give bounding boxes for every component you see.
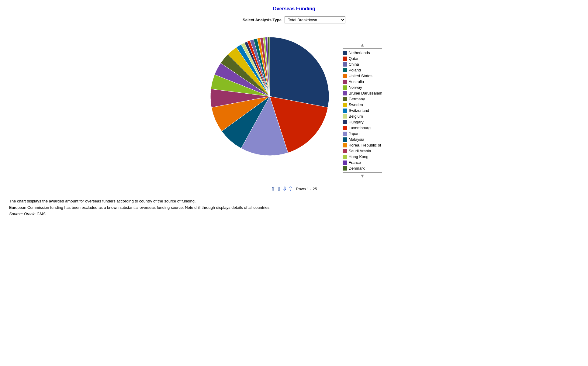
legend-label: Luxembourg <box>349 126 371 130</box>
legend-color <box>343 114 347 119</box>
legend-item: Norway <box>343 85 382 90</box>
pie-segment[interactable] <box>270 37 329 108</box>
pagination-row: ⇑ ⇧ ⇩ ⇪ Rows 1 - 25 <box>9 185 579 192</box>
legend-label: Japan <box>349 131 359 136</box>
pie-chart <box>206 33 334 160</box>
legend-label: United States <box>349 74 372 78</box>
legend-color <box>343 97 347 101</box>
legend-label: Poland <box>349 68 361 72</box>
legend-label: Saudi Arabia <box>349 149 371 153</box>
legend-item: Germany <box>343 96 382 102</box>
legend-item: Brunei Darussalam <box>343 90 382 96</box>
first-page-btn[interactable]: ⇑ <box>271 185 275 192</box>
footnote-line1: The chart displays the awarded amount fo… <box>9 198 283 205</box>
analysis-type-select[interactable]: Total BreakdownAnnual Breakdown <box>285 16 345 23</box>
legend-item: Hong Kong <box>343 154 382 160</box>
legend-label: Brunei Darussalam <box>349 91 382 95</box>
legend-item: Qatar <box>343 56 382 61</box>
legend-label: Denmark <box>349 166 365 171</box>
legend-label: Hungary <box>349 120 364 124</box>
legend-label: Australia <box>349 79 364 84</box>
prev-page-btn[interactable]: ⇧ <box>277 185 281 192</box>
legend-color <box>343 51 347 55</box>
legend-color <box>343 143 347 147</box>
legend-label: Norway <box>349 85 362 90</box>
legend-color <box>343 155 347 159</box>
legend-item: Malaysia <box>343 136 382 142</box>
legend-label: France <box>349 160 361 165</box>
legend-item: Belgium <box>343 113 382 119</box>
legend-item: Australia <box>343 79 382 85</box>
legend-color <box>343 62 347 67</box>
last-page-btn[interactable]: ⇪ <box>288 185 293 192</box>
legend-container: ▲ NetherlandsQatarChinaPolandUnited Stat… <box>343 33 382 179</box>
legend-item: Sweden <box>343 102 382 108</box>
legend-label: China <box>349 62 359 67</box>
footnote-line2: European Commission funding has been exc… <box>9 205 283 211</box>
legend-color <box>343 126 347 130</box>
legend-color <box>343 166 347 171</box>
legend-color <box>343 85 347 90</box>
chart-area: ▲ NetherlandsQatarChinaPolandUnited Stat… <box>9 33 579 179</box>
legend-color <box>343 137 347 142</box>
legend-item: Switzerland <box>343 108 382 113</box>
legend-item: Japan <box>343 131 382 136</box>
legend-color <box>343 91 347 95</box>
legend-color <box>343 103 347 107</box>
legend-label: Germany <box>349 97 365 101</box>
legend-label: Belgium <box>349 114 363 119</box>
page-title: Overseas Funding <box>9 6 579 12</box>
legend-scroll-up[interactable]: ▲ <box>343 42 382 48</box>
legend-scroll-down[interactable]: ▼ <box>343 173 382 179</box>
footnote-area: The chart displays the awarded amount fo… <box>9 198 283 217</box>
legend-color <box>343 74 347 78</box>
legend-color <box>343 132 347 136</box>
legend-color <box>343 80 347 84</box>
legend-item: China <box>343 61 382 67</box>
legend-color <box>343 109 347 113</box>
legend-item: France <box>343 160 382 165</box>
legend-label: Sweden <box>349 102 363 107</box>
legend-item: Korea, Republic of <box>343 142 382 148</box>
analysis-type-label: Select Analysis Type <box>243 18 282 22</box>
legend-label: Korea, Republic of <box>349 143 381 147</box>
legend-item: Denmark <box>343 165 382 171</box>
legend-label: Qatar <box>349 56 359 61</box>
legend-color <box>343 149 347 153</box>
legend-color <box>343 57 347 61</box>
legend-item: Luxembourg <box>343 125 382 131</box>
legend-item: Hungary <box>343 119 382 125</box>
legend-item: Poland <box>343 67 382 73</box>
legend-scroll-area: NetherlandsQatarChinaPolandUnited States… <box>343 48 382 173</box>
legend-item: Saudi Arabia <box>343 148 382 154</box>
legend-label: Malaysia <box>349 137 364 142</box>
legend-color <box>343 120 347 124</box>
footnote-line3: Source: Oracle GMS <box>9 211 283 217</box>
legend-item: Netherlands <box>343 50 382 56</box>
legend-color <box>343 68 347 72</box>
pagination-label: Rows 1 - 25 <box>296 187 317 191</box>
legend-color <box>343 161 347 165</box>
next-page-btn[interactable]: ⇩ <box>282 185 287 192</box>
legend-item: United States <box>343 73 382 79</box>
legend-label: Hong Kong <box>349 154 368 159</box>
legend-label: Netherlands <box>349 50 370 55</box>
legend-label: Switzerland <box>349 108 369 113</box>
